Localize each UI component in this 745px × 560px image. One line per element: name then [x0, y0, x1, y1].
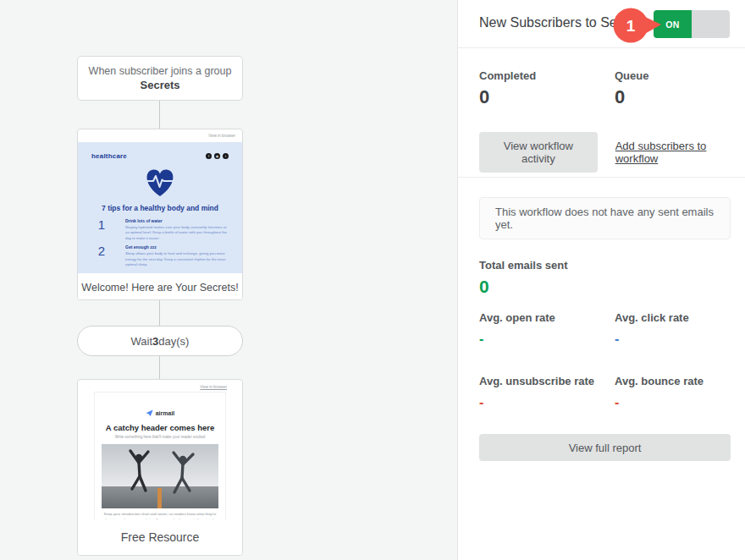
avg-bounce-rate: Avg. bounce rate -	[615, 375, 731, 410]
completed-label: Completed	[479, 69, 615, 82]
avg-open-rate-value: -	[479, 332, 615, 347]
avg-click-rate: Avg. click rate -	[615, 311, 731, 347]
trigger-group-name: Secrets	[141, 79, 180, 91]
queue-value: 0	[615, 86, 731, 108]
completed-value: 0	[479, 86, 615, 108]
social-icons: f ◉ t	[206, 153, 229, 159]
avg-open-rate: Avg. open rate -	[479, 311, 615, 347]
annotation-number: 1	[626, 17, 636, 35]
delay-step[interactable]: Wait 3 day(s)	[77, 326, 243, 356]
view-full-report-button[interactable]: View full report	[479, 434, 731, 461]
email2-step-name: Free Resource	[78, 519, 242, 555]
delay-suffix: day(s)	[158, 335, 189, 348]
jumping-people-photo	[102, 444, 218, 508]
email1-topbar: View in browser	[78, 129, 242, 142]
healthcare-logo: healthcare	[91, 152, 127, 160]
connector-line	[159, 356, 160, 379]
avg-click-rate-value: -	[615, 332, 731, 347]
email2-subtitle: Write something here that'll make your r…	[95, 435, 225, 439]
report-section: This workflow does not have any sent ema…	[458, 178, 745, 461]
paper-plane-icon	[146, 409, 153, 417]
queue-label: Queue	[615, 69, 731, 82]
airmail-logo: airmail	[95, 409, 225, 417]
activity-section: Completed 0 Queue 0 View workflow activi…	[458, 48, 745, 178]
workflow-sidebar: New Subscribers to Secrets ON 1 Complete…	[457, 0, 745, 560]
facebook-icon: f	[206, 153, 212, 159]
panel-header: New Subscribers to Secrets ON 1	[458, 0, 745, 48]
connector-line	[159, 101, 160, 129]
view-in-browser-link: View in browser	[208, 134, 235, 138]
no-emails-notice: This workflow does not have any sent ema…	[479, 197, 731, 239]
email1-step-name: Welcome! Here are Your Secrets!	[78, 273, 242, 300]
workflow-status-toggle[interactable]: ON	[654, 10, 730, 38]
queue-stat: Queue 0	[615, 69, 731, 108]
email1-list-item: 1 Drink lots of water Staying hydrated m…	[78, 218, 242, 241]
email-step-welcome[interactable]: View in browser healthcare f ◉ t 7 tips …	[77, 129, 243, 300]
twitter-icon: t	[223, 153, 229, 159]
item-number: 2	[78, 244, 125, 267]
annotation-badge-1: 1	[611, 6, 664, 48]
email-step-free-resource[interactable]: View in browser airmail A catchy header …	[77, 379, 243, 556]
avg-bounce-rate-value: -	[615, 395, 731, 410]
item-body: Sleep allows your body to heal and recha…	[125, 251, 229, 268]
total-emails-label: Total emails sent	[479, 259, 731, 272]
view-workflow-activity-button[interactable]: View workflow activity	[479, 132, 598, 173]
avg-unsubscribe-rate-value: -	[479, 395, 615, 410]
trigger-step[interactable]: When subscriber joins a group Secrets	[77, 56, 243, 101]
view-in-browser-link: View in browser	[200, 385, 227, 389]
total-emails-value: 0	[479, 277, 731, 297]
avg-unsubscribe-rate: Avg. unsubscribe rate -	[479, 375, 615, 410]
email1-preview: healthcare f ◉ t 7 tips for a healthy bo…	[78, 142, 242, 273]
delay-value: 3	[152, 335, 158, 348]
add-subscribers-link[interactable]: Add subscribers to workflow	[615, 140, 731, 165]
workflow-canvas: When subscriber joins a group Secrets Vi…	[0, 0, 457, 560]
email1-headline: 7 tips for a healthy body and mind	[78, 204, 242, 212]
trigger-description: When subscriber joins a group	[89, 65, 232, 77]
completed-stat: Completed 0	[479, 69, 615, 108]
delay-prefix: Wait	[131, 335, 153, 348]
toggle-off-track	[692, 10, 730, 38]
email1-list-item: 2 Get enough zzz Sleep allows your body …	[78, 244, 242, 267]
item-body: Staying hydrated makes sure your body co…	[125, 225, 229, 242]
item-title: Drink lots of water	[125, 218, 229, 223]
instagram-icon: ◉	[214, 153, 220, 159]
item-title: Get enough zzz	[125, 244, 229, 250]
email2-preview: airmail A catchy header comes here Write…	[94, 392, 226, 523]
heartbeat-icon	[143, 167, 177, 198]
item-number: 1	[78, 218, 125, 241]
email2-headline: A catchy header comes here	[95, 423, 225, 432]
connector-line	[159, 300, 160, 326]
